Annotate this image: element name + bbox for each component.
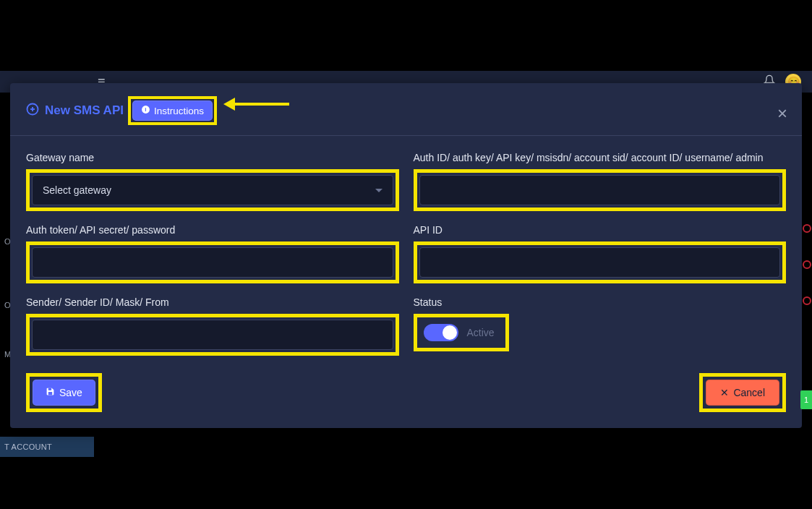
chevron-down-icon (375, 189, 383, 192)
gateway-select-value: Select gateway (43, 184, 111, 196)
sender-label: Sender/ Sender ID/ Mask/ From (26, 296, 399, 308)
save-button[interactable]: Save (33, 380, 95, 406)
gateway-label: Gateway name (26, 152, 399, 163)
save-icon (46, 387, 55, 398)
annotation-arrow (223, 98, 289, 111)
info-icon: i (141, 105, 150, 116)
close-icon: ✕ (720, 387, 729, 398)
instructions-button[interactable]: i Instructions (132, 100, 213, 121)
cancel-button[interactable]: ✕ Cancel (706, 380, 779, 406)
annotation-highlight (26, 314, 399, 356)
save-label: Save (59, 387, 82, 398)
annotation-highlight: Select gateway (26, 169, 399, 211)
auth-id-input[interactable] (419, 175, 781, 205)
modal-footer: Save ✕ Cancel (10, 366, 802, 412)
annotation-highlight (26, 241, 399, 283)
status-toggle[interactable] (424, 324, 458, 341)
api-id-input[interactable] (419, 247, 781, 278)
form-body: Gateway name Select gateway Auth ID/ aut… (10, 136, 802, 362)
background-indicators (802, 217, 812, 347)
cancel-label: Cancel (733, 387, 765, 398)
annotation-highlight: i Instructions (128, 96, 217, 125)
status-text: Active (467, 327, 495, 338)
auth-token-input[interactable] (32, 247, 393, 278)
annotation-highlight (414, 241, 787, 283)
svg-rect-6 (48, 392, 52, 395)
svg-text:i: i (145, 106, 146, 113)
notification-badge[interactable]: 1 (800, 390, 812, 409)
sidebar-item-account[interactable]: T ACCOUNT (0, 437, 94, 457)
plus-circle-icon (26, 103, 39, 119)
annotation-highlight (414, 169, 787, 211)
status-label: Status (414, 296, 787, 308)
close-icon[interactable]: × (777, 103, 787, 124)
modal-new-sms-api: New SMS API i Instructions × Gateway nam… (10, 83, 802, 428)
api-id-label: API ID (414, 224, 787, 236)
annotation-highlight: ✕ Cancel (699, 373, 786, 412)
sender-input[interactable] (32, 320, 393, 350)
modal-header: New SMS API i Instructions × (10, 83, 802, 136)
instructions-label: Instructions (154, 106, 204, 116)
modal-title: New SMS API (45, 103, 124, 118)
svg-rect-5 (48, 388, 51, 390)
annotation-highlight: Save (26, 373, 102, 412)
auth-id-label: Auth ID/ auth key/ API key/ msisdn/ acco… (414, 152, 787, 163)
annotation-highlight: Active (414, 314, 509, 351)
auth-token-label: Auth token/ API secret/ password (26, 224, 399, 236)
gateway-select[interactable]: Select gateway (32, 175, 393, 205)
